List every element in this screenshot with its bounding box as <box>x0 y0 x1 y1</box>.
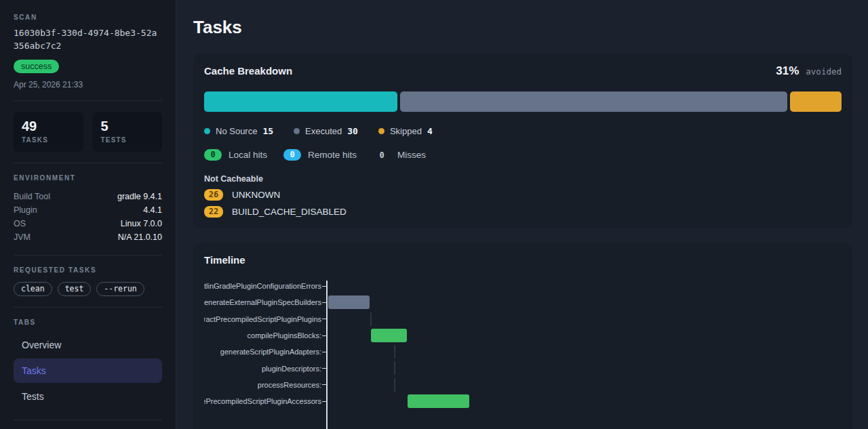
tests-count-label: TESTS <box>101 136 155 144</box>
main-content: Tasks Cache Breakdown 31% avoided No Sou… <box>176 0 868 429</box>
timeline-axis <box>326 281 328 429</box>
task-chip-test: test <box>58 282 92 296</box>
sidebar-tab-tests[interactable]: Tests <box>14 384 162 409</box>
timeline-row: :generateScriptPluginAdapters <box>204 344 842 360</box>
timeline-bar <box>371 329 407 342</box>
skipped-dot-icon <box>378 128 384 134</box>
not-cacheable-reason: BUILD_CACHE_DISABLED <box>232 207 347 217</box>
divider <box>14 420 162 420</box>
divider <box>14 307 162 308</box>
timeline-row-plot <box>328 278 842 294</box>
tabs-nav: Overview Tasks Tests <box>14 333 162 409</box>
legend-label: Skipped <box>390 126 422 136</box>
not-cacheable-title: Not Cacheable <box>204 174 842 184</box>
bar-segment-no-source <box>204 91 397 112</box>
task-chip-rerun: --rerun <box>96 282 144 296</box>
timeline-row-label: tractPrecompiledScriptPluginPlugins <box>204 315 321 323</box>
misses-label: Misses <box>397 150 426 160</box>
env-row-build-tool: Build Tool gradle 9.4.1 <box>14 190 162 203</box>
not-cacheable-reason: UNKNOWN <box>232 190 280 200</box>
divider <box>14 100 162 101</box>
legend-value: 15 <box>262 126 273 136</box>
timeline-bar <box>328 295 370 309</box>
timeline-bar <box>394 361 395 375</box>
timeline-row-label: :pluginDescriptors <box>204 365 321 373</box>
avoided-stat: 31% avoided <box>776 64 842 78</box>
timeline-row-plot <box>328 377 842 393</box>
legend-label: Executed <box>305 126 342 136</box>
env-value: gradle 9.4.1 <box>117 190 162 203</box>
legend-value: 30 <box>347 126 358 136</box>
avoided-label: avoided <box>806 66 842 77</box>
executed-dot-icon <box>294 128 300 134</box>
timeline-row: generateExternalPluginSpecBuilders <box>204 294 842 310</box>
timeline-row-label: :generateScriptPluginAdapters <box>204 348 321 356</box>
timeline-row-plot <box>328 344 842 360</box>
timeline-row-plot <box>328 311 842 327</box>
env-value: N/A 21.0.10 <box>118 230 162 244</box>
cache-card-header: Cache Breakdown 31% avoided <box>204 64 842 78</box>
env-row-jvm: JVM N/A 21.0.10 <box>14 230 162 244</box>
env-row-os: OS Linux 7.0.0 <box>14 217 162 230</box>
local-hits-count: 0 <box>204 149 222 161</box>
sidebar-tab-overview[interactable]: Overview <box>14 333 162 357</box>
tests-count: 5 <box>101 119 155 134</box>
timeline-row-plot <box>328 294 842 310</box>
timeline-bar <box>408 394 469 408</box>
timeline-card-title: Timeline <box>204 254 842 266</box>
remote-hits-group: 0 Remote hits <box>283 149 357 161</box>
env-key: JVM <box>14 230 31 244</box>
timeline-card: Timeline otlinGradlePluginConfigurationE… <box>193 243 852 429</box>
requested-tasks-heading: REQUESTED TASKS <box>14 266 162 274</box>
legend-item-skipped: Skipped 4 <box>378 126 433 136</box>
cache-card-title: Cache Breakdown <box>204 65 292 77</box>
stats-row: 49 TASKS 5 TESTS <box>14 112 162 152</box>
legend-value: 4 <box>427 126 433 136</box>
timeline-bar <box>394 345 395 359</box>
bar-segment-executed <box>400 91 787 112</box>
remote-hits-count: 0 <box>283 149 301 161</box>
no-source-dot-icon <box>204 128 210 134</box>
timeline-bar <box>394 378 395 392</box>
timeline-row-plot <box>328 327 842 344</box>
timeline-row: :processResources <box>204 377 842 393</box>
timeline-row-plot <box>328 393 842 409</box>
timeline-row-label: :compilePluginsBlocks <box>204 331 321 340</box>
env-key: OS <box>14 217 26 230</box>
stat-box-tasks: 49 TASKS <box>14 112 83 152</box>
scan-date: Apr 25, 2026 21:33 <box>14 80 162 89</box>
env-key: Build Tool <box>14 190 50 203</box>
timeline-row: tractPrecompiledScriptPluginPlugins <box>204 311 842 327</box>
bar-segment-skipped <box>790 91 842 112</box>
legend-item-no-source: No Source 15 <box>204 126 273 136</box>
environment-heading: ENVIRONMENT <box>14 174 162 182</box>
cache-legend: No Source 15 Executed 30 Skipped 4 <box>204 126 842 136</box>
requested-tasks-chips: clean test --rerun <box>14 282 162 296</box>
tabs-heading: TABS <box>14 319 162 326</box>
legend-label: No Source <box>216 126 257 136</box>
divider <box>14 163 162 163</box>
tasks-count: 49 <box>22 119 75 134</box>
status-badge: success <box>14 60 59 73</box>
misses-group: 0 Misses <box>373 150 426 160</box>
timeline-row-label: tePrecompiledScriptPluginAccessors <box>204 397 321 405</box>
legend-item-executed: Executed 30 <box>294 126 358 136</box>
timeline-chart: otlinGradlePluginConfigurationErrorsgene… <box>204 278 842 409</box>
cache-stacked-bar <box>204 91 842 112</box>
timeline-row: :compilePluginsBlocks <box>204 327 842 344</box>
local-hits-group: 0 Local hits <box>204 149 267 161</box>
not-cacheable-row-unknown: 26 UNKNOWN <box>204 189 842 201</box>
local-hits-label: Local hits <box>229 150 267 160</box>
scan-id: 16030b3f-330d-4974-8be3-52a356abc7c2 <box>14 26 162 52</box>
not-cacheable-row-disabled: 22 BUILD_CACHE_DISABLED <box>204 206 842 218</box>
divider <box>14 255 162 256</box>
remote-hits-label: Remote hits <box>308 150 357 160</box>
env-row-plugin: Plugin 4.4.1 <box>14 203 162 217</box>
stat-box-tests: 5 TESTS <box>93 112 163 152</box>
sidebar-tab-tasks[interactable]: Tasks <box>14 359 162 383</box>
sidebar: SCAN 16030b3f-330d-4974-8be3-52a356abc7c… <box>0 0 176 429</box>
env-value: 4.4.1 <box>143 203 162 217</box>
misses-count: 0 <box>373 150 391 160</box>
page-title: Tasks <box>193 17 852 38</box>
timeline-bar <box>370 312 372 326</box>
